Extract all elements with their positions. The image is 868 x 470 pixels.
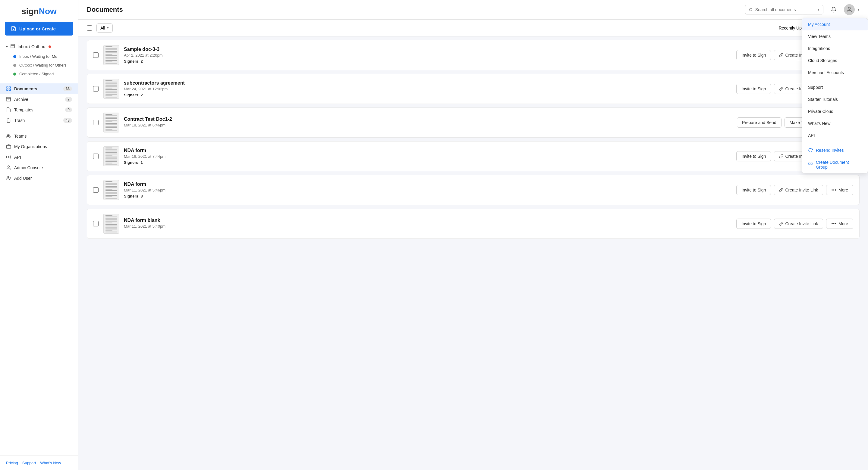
- svg-rect-8: [6, 97, 11, 98]
- doc-date: Mar 24, 2021 at 12:02pm: [124, 87, 732, 91]
- teams-label: Teams: [14, 134, 27, 138]
- sidebar-item-add-user[interactable]: Add User: [0, 173, 78, 183]
- archive-label: Archive: [14, 97, 28, 102]
- action-item-label: Create Document Group: [816, 160, 862, 169]
- sidebar-item-outbox-waiting[interactable]: Outbox / Waiting for Others: [0, 61, 78, 70]
- dropdown-item-merchant-accounts[interactable]: Merchant Accounts: [802, 67, 868, 78]
- more-ellipsis-icon: •••: [831, 221, 837, 226]
- sidebar-footer: Pricing Support What's New: [0, 456, 78, 470]
- page-title: Documents: [87, 6, 740, 13]
- link-icon: [779, 222, 783, 226]
- search-input[interactable]: [755, 7, 815, 12]
- dropdown-item-api[interactable]: API: [802, 130, 868, 141]
- pricing-link[interactable]: Pricing: [6, 461, 18, 465]
- sidebar-item-api[interactable]: API: [0, 152, 78, 162]
- doc-name[interactable]: Contract Test Doc1-2: [124, 116, 732, 122]
- sidebar-item-teams[interactable]: Teams: [0, 131, 78, 141]
- table-row: Sample doc-3-3Apr 2, 2021 at 2:20pmSigne…: [87, 40, 860, 70]
- sidebar-item-trash[interactable]: Trash 48: [0, 115, 78, 126]
- avatar[interactable]: [844, 4, 855, 15]
- svg-rect-7: [9, 89, 10, 91]
- add-user-icon: [6, 175, 11, 181]
- upload-create-label: Upload or Create: [19, 26, 56, 31]
- dropdown-item-my-account[interactable]: My Account: [802, 19, 868, 30]
- whats-new-link[interactable]: What's New: [40, 461, 61, 465]
- filter-dropdown[interactable]: All ▾: [96, 24, 113, 33]
- table-row: NDA formMar 11, 2021 at 5:46pmSigners: 3…: [87, 175, 860, 205]
- table-row: subcontractors agreementMar 24, 2021 at …: [87, 74, 860, 104]
- doc-action-button-create-invite-link[interactable]: Create Invite Link: [774, 185, 823, 195]
- upload-icon: [11, 26, 16, 31]
- doc-info: NDA formMar 11, 2021 at 5:46pmSigners: 3: [124, 181, 732, 198]
- doc-checkbox[interactable]: [93, 120, 98, 125]
- sidebar-item-inbox-waiting[interactable]: Inbox / Waiting for Me: [0, 52, 78, 61]
- doc-action-button-create-invite-link[interactable]: Create Invite Link: [774, 219, 823, 229]
- dropdown-item-what's-new[interactable]: What's New: [802, 118, 868, 130]
- user-avatar-icon: [846, 6, 852, 13]
- more-ellipsis-icon: •••: [831, 188, 837, 192]
- inbox-outbox-toggle[interactable]: ▾ Inbox / Outbox: [0, 41, 78, 52]
- dropdown-item-cloud-storages[interactable]: Cloud Storages: [802, 55, 868, 67]
- link-icon: [779, 154, 783, 158]
- user-dropdown-menu: My AccountView TeamsIntegrationsCloud St…: [802, 18, 868, 173]
- inbox-outbox-label: Inbox / Outbox: [18, 44, 45, 49]
- doc-checkbox[interactable]: [93, 154, 98, 159]
- dropdown-item-integrations[interactable]: Integrations: [802, 42, 868, 55]
- doc-date: Mar 18, 2021 at 6:46pm: [124, 123, 732, 127]
- action-label: Invite to Sign: [741, 87, 766, 91]
- dropdown-item-private-cloud[interactable]: Private Cloud: [802, 105, 868, 118]
- svg-point-17: [749, 8, 752, 11]
- doc-name[interactable]: NDA form: [124, 181, 732, 187]
- doc-checkbox[interactable]: [93, 221, 98, 227]
- doc-action-button-prepare-and-send[interactable]: Prepare and Send: [737, 118, 781, 128]
- select-all-checkbox[interactable]: [87, 25, 92, 31]
- sidebar-item-templates[interactable]: Templates 9: [0, 104, 78, 115]
- link-icon: [779, 53, 783, 57]
- upload-create-button[interactable]: Upload or Create: [5, 22, 73, 36]
- api-label: API: [14, 155, 21, 160]
- dot-blue-icon: [13, 55, 16, 58]
- search-box[interactable]: ▾: [745, 5, 824, 14]
- table-row: Contract Test Doc1-2Mar 18, 2021 at 6:46…: [87, 107, 860, 138]
- doc-thumbnail: [103, 146, 119, 166]
- sidebar-item-admin-console[interactable]: Admin Console: [0, 162, 78, 173]
- doc-name[interactable]: Sample doc-3-3: [124, 47, 732, 52]
- sidebar-item-completed[interactable]: Completed / Signed: [0, 70, 78, 78]
- dropdown-item-support[interactable]: Support: [802, 81, 868, 93]
- doc-name[interactable]: NDA form: [124, 148, 732, 153]
- doc-checkbox[interactable]: [93, 86, 98, 92]
- doc-action-button-invite-to-sign[interactable]: Invite to Sign: [736, 50, 771, 60]
- logo-container: signNow: [0, 0, 78, 22]
- completed-label: Completed / Signed: [19, 72, 54, 76]
- dropdown-item-view-teams[interactable]: View Teams: [802, 30, 868, 42]
- doc-name[interactable]: NDA form blank: [124, 218, 732, 223]
- doc-name[interactable]: subcontractors agreement: [124, 80, 732, 86]
- dropdown-action-create-document-group[interactable]: Create Document Group: [802, 156, 868, 173]
- support-link[interactable]: Support: [22, 461, 36, 465]
- doc-action-button-invite-to-sign[interactable]: Invite to Sign: [736, 219, 771, 229]
- dropdown-action-resend-invites[interactable]: Resend Invites: [802, 144, 868, 156]
- sidebar-item-archive[interactable]: Archive 7: [0, 94, 78, 104]
- doc-action-button-invite-to-sign[interactable]: Invite to Sign: [736, 151, 771, 161]
- logo-sign: sign: [22, 7, 39, 16]
- dot-green-icon: [13, 73, 16, 75]
- notifications-button[interactable]: [828, 5, 839, 14]
- toolbar: All ▾ Recently Updated ▾: [79, 20, 868, 36]
- doc-checkbox[interactable]: [93, 53, 98, 58]
- doc-info: subcontractors agreementMar 24, 2021 at …: [124, 80, 732, 97]
- add-user-label: Add User: [14, 176, 32, 181]
- sidebar-item-organizations[interactable]: My Organizations: [0, 141, 78, 152]
- doc-checkbox[interactable]: [93, 187, 98, 193]
- teams-icon: [6, 133, 11, 138]
- templates-label: Templates: [14, 107, 33, 112]
- dropdown-item-starter-tutorials[interactable]: Starter Tutorials: [802, 93, 868, 105]
- sidebar-item-documents[interactable]: Documents 38: [0, 83, 78, 94]
- table-row: NDA form blankMar 11, 2021 at 5:40pmInvi…: [87, 209, 860, 239]
- doc-action-button-more[interactable]: •••More: [826, 219, 853, 229]
- doc-action-button-invite-to-sign[interactable]: Invite to Sign: [736, 185, 771, 195]
- doc-signers: Signers: 2: [124, 93, 732, 97]
- doc-action-button-more[interactable]: •••More: [826, 185, 853, 195]
- doc-action-button-invite-to-sign[interactable]: Invite to Sign: [736, 84, 771, 94]
- organizations-icon: [6, 144, 11, 149]
- action-label: More: [838, 188, 848, 192]
